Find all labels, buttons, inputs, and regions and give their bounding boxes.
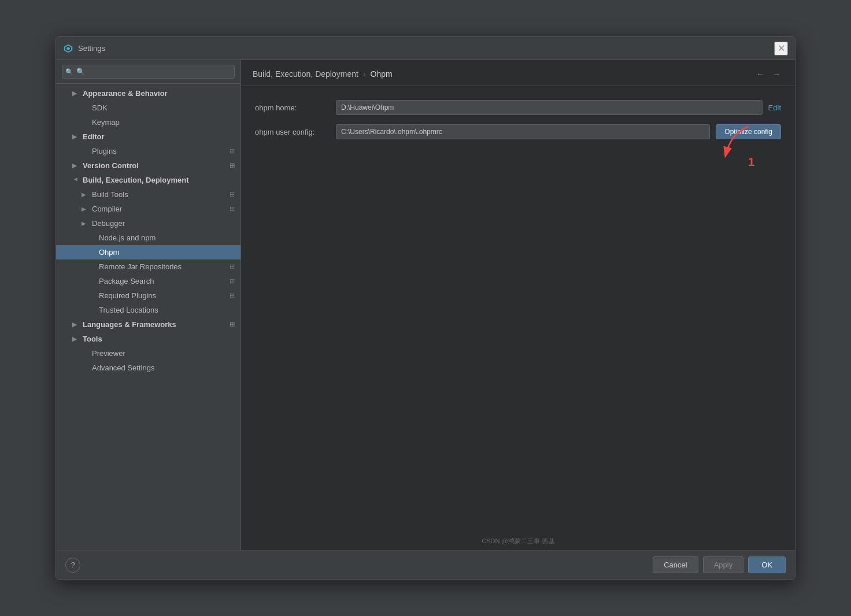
sidebar-item-label: Ohpm	[99, 248, 119, 257]
sidebar-item-build-execution[interactable]: ▼ Build, Execution, Deployment	[56, 173, 240, 187]
ohpm-home-row: ohpm home: Edit	[255, 100, 781, 115]
sidebar-item-plugins[interactable]: Plugins ⊞	[56, 144, 240, 158]
title-bar: Settings ✕	[56, 37, 795, 60]
footer: ? Cancel Apply OK	[56, 550, 795, 579]
watermark: CSDN @鸿蒙二三事 德基	[482, 537, 554, 546]
plugin-badge: ⊞	[230, 147, 235, 155]
chevron-right-icon: ▶	[72, 162, 79, 169]
sidebar-item-label: Plugins	[92, 147, 117, 155]
ohpm-user-config-row: ohpm user config: Optimize config	[255, 124, 781, 139]
search-wrapper: 🔍	[62, 65, 235, 79]
breadcrumb-current: Ohpm	[371, 69, 393, 79]
sidebar-item-debugger[interactable]: ▶ Debugger	[56, 216, 240, 231]
sidebar-item-label: Trusted Locations	[99, 306, 158, 314]
rjr-badge: ⊞	[230, 263, 235, 270]
sidebar-item-advanced-settings[interactable]: Advanced Settings	[56, 361, 240, 375]
sidebar-item-ohpm[interactable]: Ohpm	[56, 245, 240, 259]
chevron-right-icon: ▶	[82, 191, 88, 198]
sidebar-item-label: Debugger	[92, 219, 125, 228]
chevron-right-icon: ▶	[82, 206, 88, 212]
content-header: Build, Execution, Deployment › Ohpm ← →	[241, 60, 795, 86]
sidebar-item-label: Node.js and npm	[99, 233, 156, 242]
lf-badge: ⊞	[230, 321, 235, 328]
settings-dialog: Settings ✕ 🔍 ▶ Appearance & Behavior	[56, 36, 796, 580]
main-content: 🔍 ▶ Appearance & Behavior SDK	[56, 60, 795, 550]
sidebar-item-label: Package Search	[99, 277, 154, 285]
sidebar-item-editor[interactable]: ▶ Editor	[56, 129, 240, 144]
vc-badge: ⊞	[230, 162, 235, 169]
sidebar-item-languages[interactable]: ▶ Languages & Frameworks ⊞	[56, 317, 240, 332]
sidebar-item-tools[interactable]: ▶ Tools	[56, 332, 240, 346]
apply-button[interactable]: Apply	[703, 556, 744, 573]
sidebar-item-label: SDK	[92, 103, 108, 112]
sidebar-item-appearance[interactable]: ▶ Appearance & Behavior	[56, 86, 240, 101]
comp-badge: ⊞	[230, 205, 235, 213]
ohpm-user-config-label: ohpm user config:	[255, 128, 336, 136]
ohpm-home-input[interactable]	[336, 100, 763, 115]
sidebar-item-label: Tools	[83, 335, 102, 343]
sidebar-item-label: Remote Jar Repositories	[99, 262, 182, 271]
sidebar-item-keymap[interactable]: Keymap	[56, 115, 240, 129]
optimize-config-button[interactable]: Optimize config	[716, 124, 781, 139]
close-button[interactable]: ✕	[774, 42, 788, 55]
sidebar: 🔍 ▶ Appearance & Behavior SDK	[56, 60, 241, 550]
ohpm-user-config-input[interactable]	[336, 124, 710, 139]
forward-button[interactable]: →	[769, 68, 783, 80]
sidebar-item-trusted-locations[interactable]: Trusted Locations	[56, 303, 240, 317]
content-body: ohpm home: Edit ohpm user config: Optimi…	[241, 86, 795, 550]
nav-list: ▶ Appearance & Behavior SDK Keymap ▶ Edi…	[56, 84, 240, 377]
sidebar-item-previewer[interactable]: Previewer	[56, 346, 240, 361]
footer-left: ?	[65, 558, 80, 573]
ps-badge: ⊞	[230, 277, 235, 285]
sidebar-item-label: Build Tools	[92, 190, 128, 199]
chevron-down-icon: ▼	[73, 177, 79, 184]
chevron-right-icon: ▶	[72, 336, 79, 342]
ohpm-home-label: ohpm home:	[255, 103, 336, 112]
sidebar-item-label: Previewer	[92, 349, 125, 358]
help-button[interactable]: ?	[65, 558, 80, 573]
sidebar-item-compiler[interactable]: ▶ Compiler ⊞	[56, 202, 240, 216]
search-icon: 🔍	[65, 68, 73, 76]
rp-badge: ⊞	[230, 292, 235, 299]
content-area: Build, Execution, Deployment › Ohpm ← → …	[241, 60, 795, 550]
sidebar-item-nodejs[interactable]: Node.js and npm	[56, 231, 240, 245]
bt-badge: ⊞	[230, 191, 235, 198]
cancel-button[interactable]: Cancel	[653, 556, 698, 573]
sidebar-item-label: Version Control	[83, 161, 139, 170]
sidebar-item-label: Required Plugins	[99, 291, 156, 300]
app-icon	[63, 43, 73, 54]
sidebar-item-label: Advanced Settings	[92, 363, 154, 372]
annotation-number: 1	[748, 155, 754, 169]
search-box: 🔍	[56, 60, 240, 84]
sidebar-item-build-tools[interactable]: ▶ Build Tools ⊞	[56, 187, 240, 202]
sidebar-item-label: Editor	[83, 132, 105, 141]
breadcrumb-parent: Build, Execution, Deployment	[253, 69, 358, 79]
sidebar-item-required-plugins[interactable]: Required Plugins ⊞	[56, 288, 240, 303]
sidebar-item-label: Keymap	[92, 118, 120, 127]
sidebar-item-label: Build, Execution, Deployment	[83, 176, 188, 184]
sidebar-item-label: Appearance & Behavior	[83, 89, 168, 98]
breadcrumb: Build, Execution, Deployment › Ohpm	[253, 69, 393, 79]
back-button[interactable]: ←	[753, 68, 767, 80]
sidebar-item-remote-jar[interactable]: Remote Jar Repositories ⊞	[56, 259, 240, 274]
sidebar-item-label: Compiler	[92, 205, 122, 213]
edit-link[interactable]: Edit	[768, 103, 781, 112]
chevron-right-icon: ▶	[82, 220, 88, 227]
breadcrumb-separator: ›	[363, 69, 366, 79]
sidebar-item-package-search[interactable]: Package Search ⊞	[56, 274, 240, 288]
search-input[interactable]	[62, 65, 235, 79]
sidebar-item-label: Languages & Frameworks	[83, 320, 176, 329]
sidebar-item-version-control[interactable]: ▶ Version Control ⊞	[56, 158, 240, 173]
ok-button[interactable]: OK	[748, 556, 786, 573]
chevron-right-icon: ▶	[72, 90, 79, 97]
nav-arrows: ← →	[753, 68, 783, 80]
chevron-right-icon: ▶	[72, 133, 79, 140]
chevron-right-icon: ▶	[72, 321, 79, 328]
dialog-title: Settings	[78, 44, 105, 53]
sidebar-item-sdk[interactable]: SDK	[56, 101, 240, 115]
